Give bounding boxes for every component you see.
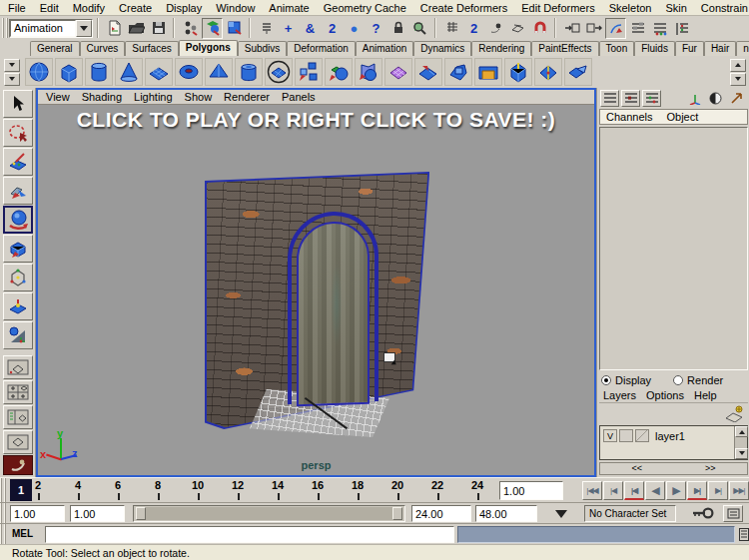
select-tool-button[interactable] bbox=[3, 90, 33, 118]
step-back-frame-button[interactable]: |◀ bbox=[603, 481, 623, 500]
channel-manipulator-off-button[interactable] bbox=[600, 90, 619, 107]
rotate-tool-button[interactable] bbox=[3, 206, 33, 234]
layer-name[interactable]: layer1 bbox=[655, 430, 685, 442]
toolbar-separator[interactable] bbox=[96, 18, 101, 38]
pick-arrow-button[interactable] bbox=[727, 90, 746, 107]
layout-single-pane-button[interactable] bbox=[3, 355, 33, 379]
layer-help-menu[interactable]: Help bbox=[694, 389, 717, 401]
menu-create-deformers[interactable]: Create Deformers bbox=[420, 2, 507, 14]
menu-display[interactable]: Display bbox=[166, 2, 202, 14]
menu-geometry-cache[interactable]: Geometry Cache bbox=[324, 2, 406, 14]
menu-animate[interactable]: Animate bbox=[269, 2, 309, 14]
display-radio[interactable]: Display bbox=[601, 374, 651, 386]
step-forward-key-button[interactable]: ▶| bbox=[687, 481, 707, 500]
toolbar-separator[interactable] bbox=[172, 18, 177, 38]
collapse-right-button[interactable]: >> bbox=[674, 463, 748, 474]
frame-label-4[interactable]: 4 bbox=[66, 479, 90, 491]
viewport-panel[interactable]: View Shading Lighting Show Renderer Pane… bbox=[36, 88, 596, 477]
scale-tool-button[interactable] bbox=[3, 235, 33, 263]
make-live-button[interactable] bbox=[529, 18, 550, 39]
snap-to-grids-button[interactable]: + bbox=[278, 18, 299, 39]
shelf-tab-fluids[interactable]: Fluids bbox=[634, 41, 675, 56]
output-connections-button[interactable] bbox=[583, 18, 604, 39]
menu-set-dropdown-button[interactable] bbox=[76, 20, 92, 37]
layer-list[interactable]: V layer1 bbox=[599, 425, 748, 460]
shelf-poly-extrude-button[interactable] bbox=[504, 58, 532, 86]
channel-speed-medium-button[interactable] bbox=[621, 90, 640, 107]
layer-visibility-toggle[interactable]: V bbox=[603, 429, 617, 442]
move-tool-button[interactable] bbox=[3, 177, 33, 205]
render-radio[interactable]: Render bbox=[673, 374, 723, 386]
shelf-poly-sphere-button[interactable] bbox=[25, 58, 53, 86]
range-end-handle[interactable] bbox=[392, 507, 402, 520]
shelf-tab-animation[interactable]: Animation bbox=[356, 41, 413, 56]
menu-skin[interactable]: Skin bbox=[665, 2, 686, 14]
playback-start-field[interactable] bbox=[70, 505, 125, 522]
select-by-hierarchy-button[interactable] bbox=[180, 18, 201, 39]
command-line-grip[interactable] bbox=[0, 524, 7, 544]
layer-playback-toggle[interactable] bbox=[619, 429, 633, 442]
shelf-poly-cone-button[interactable] bbox=[115, 58, 143, 86]
menu-edit-deformers[interactable]: Edit Deformers bbox=[521, 2, 594, 14]
vp-menu-panels[interactable]: Panels bbox=[282, 91, 316, 103]
snap-to-curves-button[interactable]: & bbox=[300, 18, 321, 39]
channels-menu[interactable]: Channels bbox=[606, 111, 652, 123]
wooden-door-object[interactable] bbox=[297, 221, 370, 407]
paint-select-tool-button[interactable] bbox=[3, 148, 33, 176]
play-forwards-button[interactable]: ▶ bbox=[666, 481, 686, 500]
zoom-selected-button[interactable] bbox=[409, 18, 430, 39]
command-line-label[interactable]: MEL bbox=[12, 528, 33, 539]
frame-label-24[interactable]: 24 bbox=[465, 479, 489, 491]
frame-label-20[interactable]: 20 bbox=[385, 479, 409, 491]
time-slider-grip[interactable] bbox=[0, 478, 7, 502]
shelf-tab-subdivs[interactable]: Subdivs bbox=[238, 41, 288, 56]
snap-to-curves-2-button[interactable]: 2 bbox=[322, 18, 343, 39]
shelf-tab-fur[interactable]: Fur bbox=[675, 41, 704, 56]
shelf-tab-painteffects[interactable]: PaintEffects bbox=[531, 41, 598, 56]
channel-box-list[interactable] bbox=[599, 127, 748, 370]
object-menu[interactable]: Object bbox=[666, 111, 698, 123]
shelf-scroll-down-button[interactable] bbox=[730, 73, 746, 86]
snap-point-2-button[interactable] bbox=[485, 18, 506, 39]
shelf-poly-booleans-button[interactable] bbox=[384, 58, 412, 86]
shelf-poly-prism-button[interactable] bbox=[205, 58, 233, 86]
script-editor-button[interactable] bbox=[739, 528, 749, 543]
layer-scrollbar[interactable] bbox=[734, 426, 747, 459]
animation-preferences-button[interactable] bbox=[723, 505, 743, 522]
go-to-start-button[interactable]: |◀◀ bbox=[582, 481, 602, 500]
collapse-left-button[interactable]: << bbox=[600, 463, 674, 474]
layout-four-pane-button[interactable] bbox=[3, 380, 33, 404]
animation-end-field[interactable] bbox=[475, 505, 537, 522]
save-scene-button[interactable] bbox=[148, 18, 169, 39]
shelf-tab-toon[interactable]: Toon bbox=[599, 41, 635, 56]
auto-keyframe-button[interactable] bbox=[691, 505, 715, 523]
shelf-tab-hair[interactable]: Hair bbox=[704, 41, 736, 56]
step-forward-frame-button[interactable]: ▶| bbox=[708, 481, 728, 500]
mel-input[interactable] bbox=[45, 526, 454, 543]
channel-speed-fast-button[interactable] bbox=[642, 90, 661, 107]
channel-box-toggle-button[interactable] bbox=[671, 18, 692, 39]
frame-label-16[interactable]: 16 bbox=[306, 479, 330, 491]
range-slider-bar[interactable] bbox=[136, 507, 402, 520]
highlight-selection-button[interactable] bbox=[256, 18, 277, 39]
mel-result-display[interactable] bbox=[457, 526, 735, 543]
frame-label-10[interactable]: 10 bbox=[186, 479, 210, 491]
shelf-poly-platonic-button[interactable] bbox=[265, 58, 293, 86]
shelf-tab-curves[interactable]: Curves bbox=[80, 41, 126, 56]
shelf-poly-torus-button[interactable] bbox=[175, 58, 203, 86]
menu-file[interactable]: File bbox=[8, 2, 26, 14]
manipulator-axes-button[interactable] bbox=[685, 90, 704, 107]
shelf-poly-extract-button[interactable] bbox=[325, 58, 353, 86]
current-time-field[interactable] bbox=[499, 481, 563, 500]
shelf-tab-dynamics[interactable]: Dynamics bbox=[413, 41, 471, 56]
new-scene-button[interactable] bbox=[104, 18, 125, 39]
shelf-tab-rendering[interactable]: Rendering bbox=[471, 41, 531, 56]
shelf-poly-plane-button[interactable] bbox=[145, 58, 173, 86]
layout-persp-outliner-button[interactable] bbox=[3, 405, 33, 429]
scroll-down-button[interactable] bbox=[735, 448, 748, 459]
options-menu[interactable]: Options bbox=[646, 389, 684, 401]
vp-menu-lighting[interactable]: Lighting bbox=[134, 91, 173, 103]
layers-menu[interactable]: Layers bbox=[603, 389, 636, 401]
construction-history-button[interactable] bbox=[605, 18, 626, 39]
snap-grid-2-button[interactable] bbox=[441, 18, 462, 39]
